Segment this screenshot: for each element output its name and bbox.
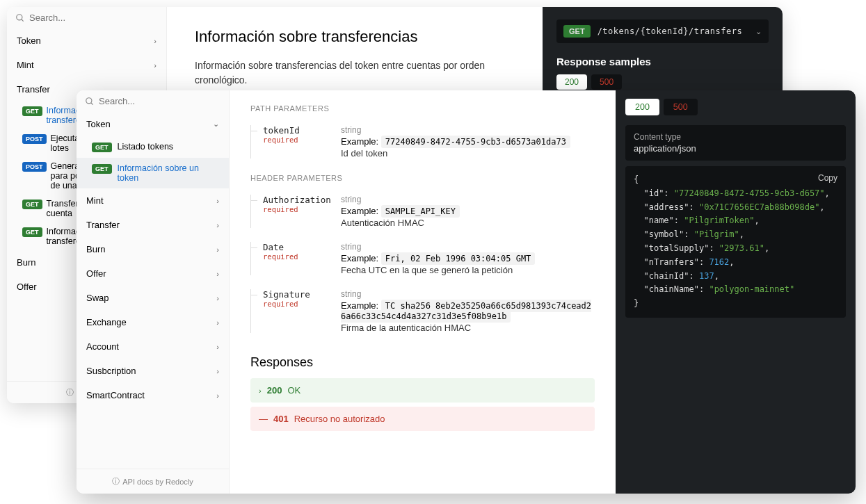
param-name: Authorization [263, 195, 327, 205]
svg-point-0 [17, 14, 22, 19]
chevron-right-icon: › [216, 367, 219, 375]
required-label: required [263, 252, 327, 261]
param-tokenid: tokenId required string Example: 7724084… [250, 121, 595, 168]
content-type-box[interactable]: Content type application/json [625, 125, 846, 161]
chevron-right-icon: › [216, 245, 219, 254]
response-401[interactable]: — 401 Recurso no autorizado [250, 407, 595, 431]
nav-token[interactable]: Token› [7, 29, 166, 53]
method-badge: GET [563, 25, 591, 38]
chevron-right-icon: › [154, 61, 157, 70]
method-get-badge: GET [92, 143, 112, 152]
header-params-label: HEADER PARAMETERS [250, 174, 595, 182]
nav-burn[interactable]: Burn› [77, 237, 229, 261]
redocly-icon: ⓘ [66, 387, 74, 398]
responses-heading: Responses [250, 355, 595, 370]
search-icon [15, 13, 25, 23]
chevron-down-icon: ⌄ [755, 27, 762, 36]
front-search[interactable] [77, 90, 229, 112]
nav-smartcontract[interactable]: SmartContract› [77, 383, 229, 407]
response-200[interactable]: › 200 OK [250, 378, 595, 403]
svg-point-2 [86, 97, 92, 103]
param-desc: Firma de la autenticación HMAC [341, 323, 595, 333]
method-get-badge: GET [22, 200, 42, 209]
dash-icon: — [259, 414, 268, 424]
param-type: string [341, 195, 595, 204]
example-code: SAMPLE_API_KEY [381, 205, 460, 218]
path-params-label: PATH PARAMETERS [250, 104, 595, 113]
method-post-badge: POST [22, 134, 47, 144]
method-get-badge: GET [22, 227, 42, 237]
nav-mint[interactable]: Mint› [77, 188, 229, 213]
back-search-input[interactable] [29, 13, 158, 23]
method-get-badge: GET [92, 164, 112, 174]
nav-swap[interactable]: Swap› [77, 286, 229, 310]
method-post-badge: POST [22, 162, 47, 172]
example-code: 77240849-8472-4755-9cb3-d6573a01da73 [381, 136, 570, 148]
required-label: required [263, 136, 327, 144]
copy-button[interactable]: Copy [818, 172, 837, 186]
param-date: Date required string Example: Fri, 02 Fe… [250, 238, 595, 285]
back-search[interactable] [7, 7, 166, 29]
response-tabs: 200 500 [616, 90, 856, 122]
chevron-right-icon: › [216, 221, 219, 229]
code-tabs: 200 500 [556, 74, 769, 90]
svg-line-3 [91, 102, 93, 104]
required-label: required [263, 205, 327, 213]
json-response-box: Copy { "id": "77240849-8472-4755-9cb3-d6… [625, 166, 846, 318]
front-dark-panel: 200 500 Content type application/json Co… [616, 90, 856, 494]
front-sidebar: Token⌄ GETListado tokens GETInformación … [77, 90, 230, 494]
chevron-right-icon: › [154, 37, 157, 45]
example-code: TC sha256 8eb2e35250a66c65d981393c74cead… [341, 300, 591, 323]
page-title: Información sobre transferencias [195, 28, 515, 46]
search-icon [85, 97, 95, 106]
nav-transfer[interactable]: Transfer› [77, 213, 229, 237]
param-name: Signature [263, 289, 327, 300]
front-search-input[interactable] [99, 96, 220, 106]
redocly-icon: ⓘ [112, 476, 120, 487]
nav-offer[interactable]: Offer› [77, 261, 229, 286]
method-get-badge: GET [22, 106, 42, 116]
nav-exchange[interactable]: Exchange› [77, 310, 229, 334]
page-desc-1: Información sobre transferencias del tok… [195, 58, 515, 88]
param-name: Date [263, 242, 327, 252]
nav-account[interactable]: Account› [77, 334, 229, 359]
param-type: string [341, 289, 595, 299]
chevron-right-icon: › [216, 197, 219, 205]
example-code: Fri, 02 Feb 1996 03:04:05 GMT [381, 252, 536, 265]
param-type: string [341, 125, 595, 135]
chevron-right-icon: › [216, 391, 219, 400]
tab-500[interactable]: 500 [591, 74, 622, 90]
tab-500[interactable]: 500 [664, 99, 698, 115]
svg-line-1 [22, 19, 24, 21]
tab-200[interactable]: 200 [625, 99, 659, 115]
param-desc: Fecha UTC en la que se generó la petició… [341, 265, 595, 275]
nav-sub-info-token[interactable]: GETInformación sobre un token [77, 158, 229, 188]
front-panel: Token⌄ GETListado tokens GETInformación … [77, 90, 856, 494]
param-authorization: Authorization required string Example: S… [250, 190, 595, 238]
chevron-right-icon: › [216, 294, 219, 302]
nav-token[interactable]: Token⌄ [77, 112, 229, 136]
nav-mint[interactable]: Mint› [7, 53, 166, 77]
front-nav: Token⌄ GETListado tokens GETInformación … [77, 112, 229, 469]
nav-sub-listado[interactable]: GETListado tokens [77, 136, 229, 158]
response-samples-title: Response samples [556, 56, 769, 67]
param-desc: Id del token [341, 148, 595, 158]
chevron-right-icon: › [259, 387, 262, 395]
front-main: PATH PARAMETERS tokenId required string … [230, 90, 616, 494]
param-type: string [341, 242, 595, 252]
content-type-label: Content type [634, 132, 837, 142]
required-label: required [263, 300, 327, 308]
param-signature: Signature required string Example: TC sh… [250, 285, 595, 343]
endpoint-path: /tokens/{tokenId}/transfers [598, 26, 748, 36]
chevron-right-icon: › [216, 270, 219, 278]
front-footer[interactable]: ⓘAPI docs by Redocly [77, 469, 229, 494]
tab-200[interactable]: 200 [556, 74, 587, 90]
chevron-down-icon: ⌄ [213, 120, 219, 129]
content-type-value: application/json [634, 143, 837, 154]
chevron-right-icon: › [216, 318, 219, 327]
chevron-right-icon: › [216, 343, 219, 351]
endpoint-bar[interactable]: GET /tokens/{tokenId}/transfers ⌄ [556, 19, 769, 43]
param-name: tokenId [263, 125, 327, 136]
param-desc: Autenticación HMAC [341, 218, 595, 228]
nav-subscription[interactable]: Susbcription› [77, 359, 229, 383]
